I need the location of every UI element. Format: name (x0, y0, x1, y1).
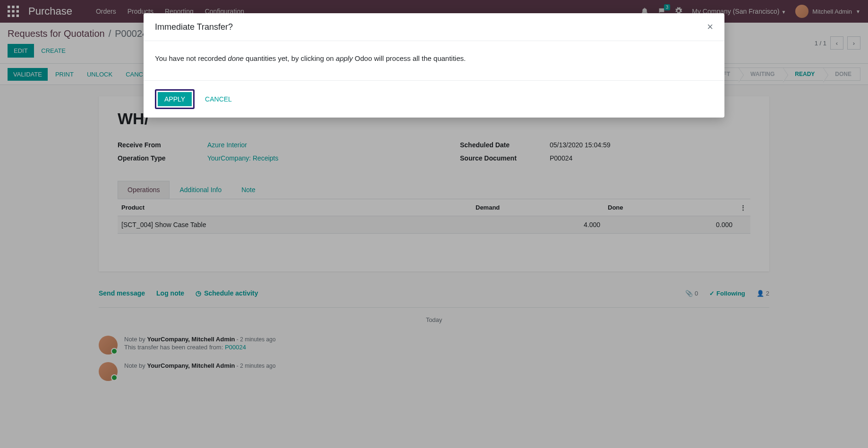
modal-cancel-button[interactable]: CANCEL (200, 92, 237, 106)
apply-button[interactable]: APPLY (158, 92, 192, 106)
immediate-transfer-modal: Immediate Transfer? × You have not recor… (144, 13, 724, 118)
apply-highlight: APPLY (155, 89, 195, 109)
modal-overlay: Immediate Transfer? × You have not recor… (0, 0, 868, 448)
modal-body: You have not recorded done quantities ye… (144, 41, 724, 80)
close-icon[interactable]: × (707, 22, 713, 32)
modal-title: Immediate Transfer? (155, 22, 233, 32)
